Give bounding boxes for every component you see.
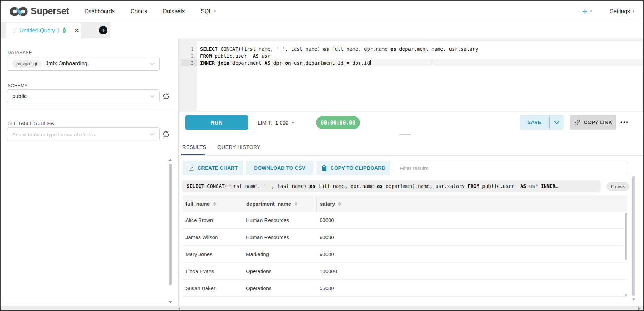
table-cell: Human Resources [243, 212, 316, 228]
scroll-right-icon[interactable] [638, 307, 641, 310]
copy-clipboard-button[interactable]: COPY TO CLIPBOARD [316, 161, 390, 175]
database-engine-badge: postgresql [12, 60, 41, 68]
refresh-icon [162, 130, 170, 138]
settings-menu[interactable]: Settings ▾ [610, 8, 634, 15]
tab-kebab-icon[interactable]: ⋮ [11, 27, 16, 34]
nav-item-sql[interactable]: SQL▾ [201, 8, 216, 15]
refresh-tables-button[interactable] [161, 129, 171, 139]
database-label: DATABASE [8, 50, 32, 55]
run-button[interactable]: RUN [185, 115, 248, 130]
download-csv-button[interactable]: DOWNLOAD TO CSV [246, 161, 313, 175]
column-header-salary[interactable]: salary [316, 196, 627, 212]
sql-token: , last_name) [271, 183, 309, 189]
chevron-down-icon: ▾ [590, 9, 592, 14]
query-success-icon: ✓ [63, 27, 66, 33]
more-options-button[interactable]: ••• [620, 118, 637, 127]
nav-item-charts[interactable]: Charts [131, 8, 147, 15]
sql-token: public.user_ [479, 183, 520, 189]
sort-icon[interactable] [295, 202, 297, 206]
column-header-label: salary [320, 201, 335, 207]
text-cursor [370, 60, 371, 65]
chevron-down-icon [554, 121, 559, 124]
create-chart-button[interactable]: CREATE CHART [182, 161, 243, 175]
limit-dropdown[interactable]: LIMIT: 1 000 ▾ [258, 115, 294, 130]
table-cell: Linda Evans [182, 263, 243, 279]
database-select[interactable]: postgresql Jmix Onboarding [7, 57, 160, 71]
save-menu-button[interactable] [550, 115, 564, 130]
nav-item-label: Datasets [163, 8, 185, 15]
column-header-full_name[interactable]: full_name [182, 196, 243, 212]
sql-token: CONCAT(first_name, [204, 183, 263, 189]
scroll-down-icon[interactable] [168, 301, 172, 303]
scroll-down-icon[interactable] [625, 295, 627, 296]
chevron-down-icon [150, 133, 155, 136]
sql-token: usr.department_id [291, 60, 346, 66]
column-header-department_name[interactable]: department_name [243, 196, 316, 212]
tab-query-history[interactable]: QUERY HISTORY [217, 140, 261, 154]
nav-item-label: Dashboards [85, 8, 115, 15]
sort-icon[interactable] [338, 202, 341, 206]
superset-logo[interactable]: Superset [10, 6, 69, 17]
nav-item-datasets[interactable]: Datasets [163, 8, 185, 15]
sort-icon[interactable] [213, 202, 216, 206]
nav-item-dashboards[interactable]: Dashboards [85, 8, 115, 15]
filter-results-input[interactable] [395, 161, 628, 175]
tab-label[interactable]: Untitled Query 1 [19, 27, 60, 34]
table-cell: 90000 [316, 246, 627, 262]
table-row: Linda EvansOperations100000 [182, 263, 627, 280]
sidebar-scrollbar[interactable] [169, 164, 172, 285]
sql-token: ' ' [276, 46, 285, 52]
sql-token: CONCAT(first_name, [218, 46, 276, 52]
tabbar-border [179, 155, 643, 156]
sql-token: AS [253, 53, 259, 59]
chevron-down-icon: ▾ [292, 120, 294, 125]
superset-window: Superset DashboardsChartsDatasetsSQL▾ + … [0, 0, 644, 311]
toolbar-separator [179, 133, 643, 133]
schema-label: SCHEMA [8, 83, 27, 88]
table-select[interactable]: Select table or type to search tables [7, 127, 160, 141]
table-cell: Alice Brown [182, 212, 243, 228]
sql-editor[interactable]: 123 SELECT CONCAT(first_name, ' ', last_… [181, 41, 642, 111]
code-line: FROM public.user_ AS usr [200, 53, 642, 59]
pane-resize-handle[interactable] [399, 134, 411, 137]
horizontal-scrollbar[interactable] [1, 306, 643, 310]
scroll-down-icon[interactable] [632, 299, 635, 301]
copy-link-button[interactable]: COPY LINK [570, 115, 616, 130]
sql-token: = [346, 60, 349, 66]
sql-token: dpr [270, 60, 285, 66]
query-tab[interactable]: ⋮ Untitled Query 1 ✓ ✕ [6, 23, 81, 38]
schema-select[interactable]: public [7, 89, 160, 103]
sql-token: full_name, dpr.name [329, 46, 390, 52]
sql-token: public.user_ [212, 53, 253, 59]
table-cell: Marketing [243, 246, 316, 262]
column-header-label: department_name [246, 201, 291, 207]
code-line: SELECT CONCAT(first_name, ' ', last_name… [200, 46, 642, 53]
tab-results[interactable]: RESULTS [182, 140, 206, 154]
executed-query-preview: SELECT CONCAT(first_name, ' ', last_name… [182, 180, 601, 192]
results-scrollbar[interactable] [625, 213, 627, 260]
save-button[interactable]: SAVE [520, 115, 549, 130]
sql-token: department_name, usr.salary [396, 46, 478, 52]
editor-code[interactable]: SELECT CONCAT(first_name, ' ', last_name… [197, 41, 642, 111]
main-nav: DashboardsChartsDatasetsSQL▾ [85, 8, 216, 15]
new-item-button[interactable]: + ▾ [582, 7, 592, 16]
add-tab-button[interactable]: + [99, 26, 107, 34]
sql-token: department [229, 60, 264, 66]
scroll-up-icon[interactable] [168, 159, 172, 161]
nav-item-label: SQL [201, 8, 212, 15]
scroll-left-icon[interactable] [178, 307, 180, 310]
plus-icon[interactable]: + [582, 7, 587, 16]
table-row: James WilsonHuman Resources80000 [182, 229, 627, 246]
sql-token: ' ' [263, 183, 271, 189]
limit-label: LIMIT: [258, 120, 272, 126]
refresh-schemas-button[interactable] [161, 91, 171, 101]
pane-scrollbar[interactable] [632, 176, 635, 296]
close-tab-icon[interactable]: ✕ [74, 27, 79, 34]
create-chart-label: CREATE CHART [198, 165, 238, 171]
chevron-down-icon [150, 95, 155, 98]
sql-token: INNER… [541, 183, 559, 189]
copy-link-label: COPY LINK [584, 120, 612, 125]
chevron-down-icon: ▾ [632, 9, 634, 14]
clipboard-icon [321, 165, 327, 172]
sql-token: FROM [468, 183, 479, 189]
